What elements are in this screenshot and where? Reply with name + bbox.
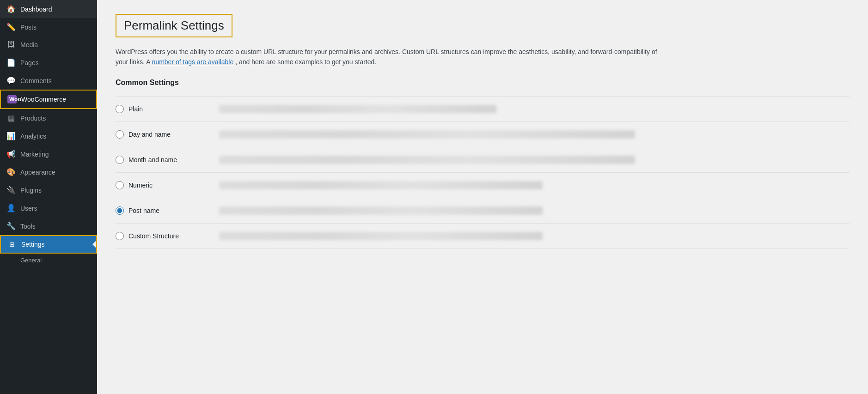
sidebar-item-plugins[interactable]: 🔌 Plugins [0,181,97,199]
main-content: Permalink Settings WordPress offers you … [97,0,868,394]
custom-structure-url-preview [219,232,543,240]
option-post-name-radio[interactable] [116,206,124,215]
page-title: Permalink Settings [124,18,224,33]
submenu-item-label: General [20,257,42,264]
option-day-and-name-radio[interactable] [116,130,124,139]
sidebar-item-woocommerce[interactable]: Woo WooCommerce [0,90,97,109]
settings-arrow [92,241,96,248]
media-icon: 🖼 [6,41,16,49]
numeric-url-preview [219,181,543,189]
sidebar-item-tools[interactable]: 🔧 Tools [0,217,97,235]
sidebar-item-label: Posts [20,24,37,31]
option-month-and-name-label[interactable]: Month and name [116,156,208,164]
plugins-icon: 🔌 [6,186,16,194]
sidebar-item-label: Tools [20,223,36,230]
option-plain-radio[interactable] [116,105,124,113]
option-post-name: Post name [116,198,850,224]
sidebar-item-users[interactable]: 👤 Users [0,199,97,217]
sidebar-item-label: Media [20,41,38,48]
settings-submenu: General [0,254,97,267]
comments-icon: 💬 [6,76,16,85]
option-numeric-label[interactable]: Numeric [116,181,208,189]
sidebar-item-label: Products [20,115,46,122]
option-custom-structure: Custom Structure [116,224,850,249]
sidebar-item-label: Analytics [20,133,46,140]
option-custom-structure-radio[interactable] [116,232,124,240]
submenu-item-general[interactable]: General [0,254,97,267]
sidebar-item-label: Pages [20,59,39,67]
plain-url-preview [219,105,496,113]
posts-icon: ✏️ [6,23,16,31]
option-plain: Plain [116,96,850,122]
sidebar-item-label: Users [20,205,37,212]
option-numeric: Numeric [116,173,850,198]
option-custom-structure-label[interactable]: Custom Structure [116,232,208,240]
day-name-url-preview [219,130,635,139]
option-post-name-label[interactable]: Post name [116,206,208,215]
appearance-icon: 🎨 [6,168,16,176]
option-month-and-name: Month and name [116,147,850,173]
sidebar-item-comments[interactable]: 💬 Comments [0,72,97,90]
sidebar-item-label: Settings [21,241,45,248]
sidebar-item-posts[interactable]: ✏️ Posts [0,18,97,36]
sidebar-item-label: Comments [20,77,52,85]
sidebar-item-label: Dashboard [20,6,52,13]
sidebar-item-dashboard[interactable]: 🏠 Dashboard [0,0,97,18]
dashboard-icon: 🏠 [6,5,16,13]
sidebar-item-products[interactable]: ▦ Products [0,109,97,127]
sidebar: 🏠 Dashboard ✏️ Posts 🖼 Media 📄 Pages 💬 C… [0,0,97,394]
common-settings-title: Common Settings [116,79,850,87]
sidebar-item-label: Marketing [20,151,49,158]
users-icon: 👤 [6,204,16,212]
woocommerce-icon: Woo [7,95,17,103]
post-name-url-preview [219,206,543,215]
option-month-and-name-radio[interactable] [116,156,124,164]
tags-available-link[interactable]: number of tags are available [152,58,234,66]
sidebar-item-label: Appearance [20,169,55,176]
analytics-icon: 📊 [6,132,16,140]
products-icon: ▦ [6,114,16,122]
month-name-url-preview [219,156,635,164]
page-title-box: Permalink Settings [116,14,232,37]
option-numeric-radio[interactable] [116,181,124,189]
option-plain-label[interactable]: Plain [116,105,208,113]
sidebar-item-media[interactable]: 🖼 Media [0,36,97,54]
settings-icon: ⊞ [7,241,17,248]
sidebar-item-settings[interactable]: ⊞ Settings [0,235,97,254]
sidebar-item-marketing[interactable]: 📢 Marketing [0,145,97,163]
page-description: WordPress offers you the ability to crea… [116,47,670,67]
sidebar-item-analytics[interactable]: 📊 Analytics [0,127,97,145]
permalink-options-list: Plain Day and name Month and name Numeri… [116,96,850,249]
sidebar-item-pages[interactable]: 📄 Pages [0,54,97,72]
sidebar-item-appearance[interactable]: 🎨 Appearance [0,163,97,181]
sidebar-item-label: WooCommerce [21,96,66,103]
option-day-and-name-label[interactable]: Day and name [116,130,208,139]
pages-icon: 📄 [6,58,16,67]
sidebar-item-label: Plugins [20,187,42,194]
tools-icon: 🔧 [6,222,16,230]
option-day-and-name: Day and name [116,122,850,147]
marketing-icon: 📢 [6,150,16,158]
